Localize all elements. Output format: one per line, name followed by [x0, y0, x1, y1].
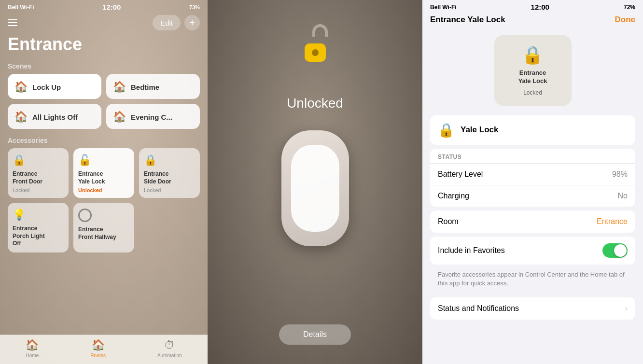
front-door-status: Locked [13, 187, 64, 193]
scenes-label: Scenes [0, 60, 208, 74]
settings-scroll[interactable]: 🔒 EntranceYale Lock Locked 🔒 Yale Lock S… [422, 29, 643, 364]
lock-shackle-open [312, 24, 328, 37]
scene-lock-up-label: Lock Up [32, 83, 61, 91]
acc-yale-lock[interactable]: 🔓 EntranceYale Lock Unlocked [73, 148, 134, 198]
front-door-name: EntranceFront Door [13, 170, 64, 185]
settings-title: Entrance Yale Lock [430, 15, 505, 25]
hamburger-line [8, 25, 17, 26]
home-title: Entrance [0, 34, 208, 60]
favorites-row: Include in Favorites [430, 237, 635, 265]
front-hallway-icon [78, 209, 92, 222]
porch-light-name: EntrancePorch LightOff [13, 225, 64, 248]
battery-icon: 73% [189, 4, 200, 10]
acc-front-door[interactable]: 🔒 EntranceFront Door Locked [8, 148, 69, 198]
settings-carrier: Bell Wi-Fi [430, 4, 457, 11]
lock-body [305, 43, 326, 62]
lock-status: Unlocked [287, 96, 343, 111]
acc-side-door[interactable]: 🔒 EntranceSide Door Locked [139, 148, 200, 198]
yale-lock-name: EntranceYale Lock [78, 170, 129, 185]
status-notifications-label: Status and Notifications [438, 304, 519, 313]
charging-value: No [618, 192, 628, 200]
nav-rooms-label: Rooms [90, 353, 106, 358]
favorites-label: Include in Favorites [438, 246, 505, 255]
accessories-label: Accessories [0, 135, 208, 148]
room-row[interactable]: Room Entrance [430, 210, 635, 233]
settings-battery: 72% [624, 4, 635, 11]
room-label: Room [438, 217, 459, 226]
charging-label: Charging [438, 192, 469, 200]
scene-bedtime-label: Bedtime [131, 83, 159, 91]
toggle-thumb [614, 244, 627, 257]
scenes-grid: 🏠 Lock Up 🏠 Bedtime 🏠 All Lights Off 🏠 E… [0, 74, 208, 135]
home-carrier: Bell Wi-Fi [8, 4, 34, 11]
scene-all-lights-off[interactable]: 🏠 All Lights Off [8, 104, 101, 129]
shackle-container [301, 24, 330, 43]
acc-front-hallway[interactable]: EntranceFront Hallway [73, 203, 134, 252]
status-section-header: STATUS [430, 149, 635, 163]
status-notifications-row[interactable]: Status and Notifications › [430, 297, 635, 320]
add-button[interactable]: + [184, 15, 200, 30]
lock-device-inner [291, 145, 339, 232]
lock-device[interactable] [281, 130, 349, 246]
front-door-icon: 🔒 [13, 154, 64, 167]
edit-button[interactable]: Edit [153, 15, 181, 30]
done-button[interactable]: Done [615, 15, 636, 25]
nav-home-label: Home [26, 353, 39, 358]
charging-row: Charging No [430, 185, 635, 207]
side-door-name: EntranceSide Door [144, 170, 195, 185]
nav-home[interactable]: 🏠 Home [26, 339, 39, 358]
home-status-bar: Bell Wi-Fi 12:00 73% [0, 0, 208, 13]
settings-status-bar: Bell Wi-Fi 12:00 72% [422, 0, 643, 13]
yale-lock-status: Unlocked [78, 187, 129, 193]
device-card-icon: 🔒 [522, 45, 544, 65]
acc-porch-light[interactable]: 💡 EntrancePorch LightOff [8, 203, 69, 252]
yale-lock-row[interactable]: 🔒 Yale Lock [430, 115, 635, 145]
status-section: STATUS Battery Level 98% Charging No [430, 149, 635, 207]
battery-value: 98% [612, 170, 628, 179]
home-header: Edit + [0, 13, 208, 34]
scene-all-lights-label: All Lights Off [32, 113, 78, 121]
accessories-grid: 🔒 EntranceFront Door Locked 🔓 EntranceYa… [0, 148, 208, 258]
settings-nav-bar: Entrance Yale Lock Done [422, 13, 643, 29]
scene-evening-label: Evening C... [131, 113, 172, 121]
hamburger-line [8, 19, 17, 20]
hamburger-line [8, 22, 17, 23]
lock-panel: Unlocked Details [208, 0, 422, 364]
scene-lock-up[interactable]: 🏠 Lock Up [8, 74, 101, 99]
lock-up-icon: 🏠 [14, 81, 28, 93]
favorites-note: Favorite accessories appear in Control C… [422, 268, 643, 294]
keyhole-stem [314, 52, 316, 56]
chevron-right-icon: › [625, 304, 628, 313]
evening-icon: 🏠 [113, 111, 126, 123]
yale-lock-icon-settings: 🔒 [438, 122, 455, 138]
all-lights-icon: 🏠 [14, 111, 28, 123]
room-value: Entrance [597, 217, 628, 226]
settings-time: 12:00 [531, 3, 549, 11]
side-door-status: Locked [144, 187, 195, 193]
menu-button[interactable] [8, 19, 17, 26]
yale-lock-name-settings: Yale Lock [461, 125, 498, 135]
porch-light-icon: 💡 [13, 209, 64, 221]
nav-automation[interactable]: ⏱ Automation [157, 339, 182, 358]
favorites-section: Include in Favorites [430, 237, 635, 265]
battery-row: Battery Level 98% [430, 163, 635, 185]
device-card-section: 🔒 EntranceYale Lock Locked [422, 29, 643, 112]
nav-rooms[interactable]: 🏠 Rooms [90, 339, 106, 358]
device-card-status: Locked [523, 89, 542, 96]
nav-rooms-icon: 🏠 [92, 339, 105, 351]
scene-evening[interactable]: 🏠 Evening C... [106, 104, 200, 129]
nav-home-icon: 🏠 [26, 339, 39, 351]
details-button[interactable]: Details [279, 324, 351, 345]
lock-icon-area [301, 24, 330, 62]
header-actions: Edit + [153, 15, 200, 30]
home-status-icons: 73% [189, 4, 200, 10]
favorites-toggle[interactable] [602, 243, 628, 258]
nav-automation-icon: ⏱ [164, 339, 175, 351]
side-door-icon: 🔒 [144, 154, 195, 167]
room-section: Room Entrance [430, 210, 635, 233]
battery-label: Battery Level [438, 170, 483, 179]
bedtime-icon: 🏠 [113, 81, 126, 93]
device-card: 🔒 EntranceYale Lock Locked [494, 35, 572, 106]
scene-bedtime[interactable]: 🏠 Bedtime [106, 74, 200, 99]
nav-automation-label: Automation [157, 353, 182, 358]
